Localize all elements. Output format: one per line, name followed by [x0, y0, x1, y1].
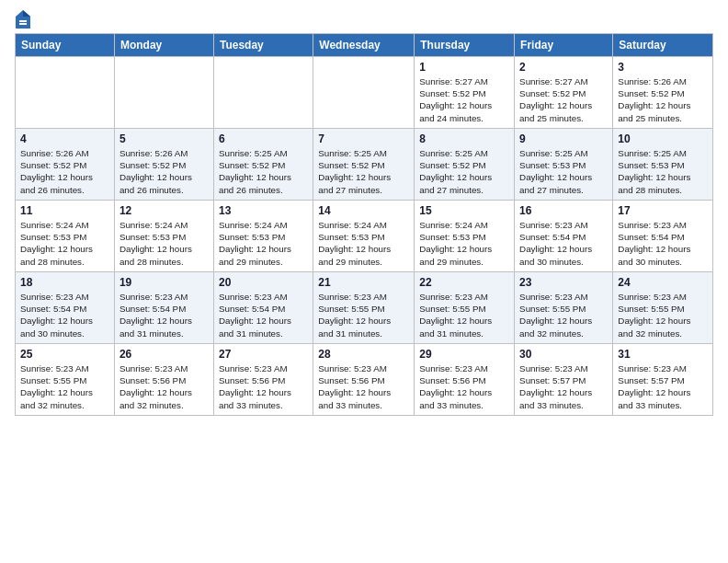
day-number: 9	[519, 132, 608, 145]
day-info: Sunrise: 5:26 AMSunset: 5:52 PMDaylight:…	[119, 147, 209, 196]
day-number: 6	[219, 132, 308, 145]
svg-rect-2	[19, 20, 27, 22]
day-info: Sunrise: 5:25 AMSunset: 5:52 PMDaylight:…	[419, 147, 509, 196]
day-info: Sunrise: 5:24 AMSunset: 5:53 PMDaylight:…	[419, 219, 509, 268]
calendar-cell	[313, 57, 415, 129]
calendar-table: SundayMondayTuesdayWednesdayThursdayFrid…	[15, 33, 713, 416]
calendar-week-3: 11Sunrise: 5:24 AMSunset: 5:53 PMDayligh…	[16, 201, 713, 272]
day-info: Sunrise: 5:23 AMSunset: 5:55 PMDaylight:…	[618, 291, 708, 339]
day-number: 16	[519, 204, 608, 217]
day-info: Sunrise: 5:23 AMSunset: 5:56 PMDaylight:…	[119, 362, 209, 411]
calendar-cell: 2Sunrise: 5:27 AMSunset: 5:52 PMDaylight…	[515, 57, 613, 129]
calendar-cell: 21Sunrise: 5:23 AMSunset: 5:55 PMDayligh…	[313, 272, 415, 344]
calendar-cell: 22Sunrise: 5:23 AMSunset: 5:55 PMDayligh…	[415, 272, 515, 344]
day-number: 10	[618, 132, 708, 145]
weekday-header-friday: Friday	[515, 34, 613, 57]
calendar-cell: 8Sunrise: 5:25 AMSunset: 5:52 PMDaylight…	[415, 129, 515, 201]
calendar-week-4: 18Sunrise: 5:23 AMSunset: 5:54 PMDayligh…	[16, 272, 713, 344]
calendar-cell: 6Sunrise: 5:25 AMSunset: 5:52 PMDaylight…	[213, 129, 313, 201]
calendar-cell: 28Sunrise: 5:23 AMSunset: 5:56 PMDayligh…	[313, 344, 415, 416]
day-number: 17	[618, 204, 708, 217]
day-number: 1	[419, 61, 509, 74]
day-number: 18	[20, 276, 109, 289]
calendar-cell	[213, 57, 313, 129]
day-number: 4	[20, 132, 109, 145]
day-number: 31	[618, 348, 708, 361]
day-number: 20	[219, 276, 308, 289]
day-info: Sunrise: 5:27 AMSunset: 5:52 PMDaylight:…	[519, 75, 608, 124]
day-info: Sunrise: 5:24 AMSunset: 5:53 PMDaylight:…	[318, 219, 409, 268]
day-number: 5	[119, 132, 209, 145]
day-number: 28	[318, 348, 409, 361]
day-info: Sunrise: 5:23 AMSunset: 5:55 PMDaylight:…	[318, 291, 409, 339]
day-info: Sunrise: 5:23 AMSunset: 5:56 PMDaylight:…	[318, 362, 409, 411]
calendar-cell: 27Sunrise: 5:23 AMSunset: 5:56 PMDayligh…	[213, 344, 313, 416]
calendar-week-2: 4Sunrise: 5:26 AMSunset: 5:52 PMDaylight…	[16, 129, 713, 201]
day-info: Sunrise: 5:23 AMSunset: 5:54 PMDaylight:…	[20, 291, 109, 339]
logo-icon	[15, 9, 31, 29]
calendar-cell: 7Sunrise: 5:25 AMSunset: 5:52 PMDaylight…	[313, 129, 415, 201]
calendar-cell: 12Sunrise: 5:24 AMSunset: 5:53 PMDayligh…	[114, 201, 213, 272]
day-info: Sunrise: 5:25 AMSunset: 5:52 PMDaylight:…	[318, 147, 409, 196]
day-info: Sunrise: 5:23 AMSunset: 5:57 PMDaylight:…	[519, 362, 608, 411]
calendar-cell: 19Sunrise: 5:23 AMSunset: 5:54 PMDayligh…	[114, 272, 213, 344]
day-info: Sunrise: 5:23 AMSunset: 5:54 PMDaylight:…	[519, 219, 608, 268]
day-info: Sunrise: 5:23 AMSunset: 5:54 PMDaylight:…	[219, 291, 308, 339]
day-number: 11	[20, 204, 109, 217]
day-number: 23	[519, 276, 608, 289]
day-info: Sunrise: 5:23 AMSunset: 5:56 PMDaylight:…	[219, 362, 308, 411]
calendar-cell: 25Sunrise: 5:23 AMSunset: 5:55 PMDayligh…	[16, 344, 115, 416]
calendar-cell: 20Sunrise: 5:23 AMSunset: 5:54 PMDayligh…	[213, 272, 313, 344]
day-info: Sunrise: 5:26 AMSunset: 5:52 PMDaylight:…	[20, 147, 109, 196]
day-info: Sunrise: 5:24 AMSunset: 5:53 PMDaylight:…	[119, 219, 209, 268]
calendar-cell: 26Sunrise: 5:23 AMSunset: 5:56 PMDayligh…	[114, 344, 213, 416]
day-info: Sunrise: 5:23 AMSunset: 5:54 PMDaylight:…	[618, 219, 708, 268]
day-number: 19	[119, 276, 209, 289]
calendar-cell: 3Sunrise: 5:26 AMSunset: 5:52 PMDaylight…	[613, 57, 713, 129]
day-info: Sunrise: 5:25 AMSunset: 5:53 PMDaylight:…	[519, 147, 608, 196]
weekday-header-sunday: Sunday	[16, 34, 115, 57]
day-number: 8	[419, 132, 509, 145]
page-container: SundayMondayTuesdayWednesdayThursdayFrid…	[0, 0, 728, 425]
day-number: 7	[318, 132, 409, 145]
day-number: 29	[419, 348, 509, 361]
day-number: 26	[119, 348, 209, 361]
day-info: Sunrise: 5:23 AMSunset: 5:57 PMDaylight:…	[618, 362, 708, 411]
day-number: 2	[519, 61, 608, 74]
day-number: 15	[419, 204, 509, 217]
calendar-week-5: 25Sunrise: 5:23 AMSunset: 5:55 PMDayligh…	[16, 344, 713, 416]
day-number: 24	[618, 276, 708, 289]
day-number: 25	[20, 348, 109, 361]
calendar-cell	[114, 57, 213, 129]
day-info: Sunrise: 5:24 AMSunset: 5:53 PMDaylight:…	[219, 219, 308, 268]
day-info: Sunrise: 5:25 AMSunset: 5:53 PMDaylight:…	[618, 147, 708, 196]
calendar-cell	[16, 57, 115, 129]
calendar-header-row: SundayMondayTuesdayWednesdayThursdayFrid…	[16, 34, 713, 57]
calendar-cell: 18Sunrise: 5:23 AMSunset: 5:54 PMDayligh…	[16, 272, 115, 344]
calendar-cell: 1Sunrise: 5:27 AMSunset: 5:52 PMDaylight…	[415, 57, 515, 129]
weekday-header-thursday: Thursday	[415, 34, 515, 57]
day-number: 27	[219, 348, 308, 361]
day-number: 21	[318, 276, 409, 289]
day-info: Sunrise: 5:23 AMSunset: 5:54 PMDaylight:…	[119, 291, 209, 339]
calendar-cell: 4Sunrise: 5:26 AMSunset: 5:52 PMDaylight…	[16, 129, 115, 201]
calendar-cell: 30Sunrise: 5:23 AMSunset: 5:57 PMDayligh…	[515, 344, 613, 416]
day-number: 30	[519, 348, 608, 361]
day-info: Sunrise: 5:23 AMSunset: 5:56 PMDaylight:…	[419, 362, 509, 411]
day-number: 3	[618, 61, 708, 74]
day-info: Sunrise: 5:26 AMSunset: 5:52 PMDaylight:…	[618, 75, 708, 124]
calendar-cell: 5Sunrise: 5:26 AMSunset: 5:52 PMDaylight…	[114, 129, 213, 201]
calendar-cell: 11Sunrise: 5:24 AMSunset: 5:53 PMDayligh…	[16, 201, 115, 272]
calendar-cell: 13Sunrise: 5:24 AMSunset: 5:53 PMDayligh…	[213, 201, 313, 272]
calendar-cell: 29Sunrise: 5:23 AMSunset: 5:56 PMDayligh…	[415, 344, 515, 416]
day-info: Sunrise: 5:23 AMSunset: 5:55 PMDaylight:…	[20, 362, 109, 411]
weekday-header-wednesday: Wednesday	[313, 34, 415, 57]
weekday-header-tuesday: Tuesday	[213, 34, 313, 57]
svg-rect-3	[19, 23, 27, 25]
calendar-cell: 10Sunrise: 5:25 AMSunset: 5:53 PMDayligh…	[613, 129, 713, 201]
calendar-cell: 17Sunrise: 5:23 AMSunset: 5:54 PMDayligh…	[613, 201, 713, 272]
calendar-cell: 23Sunrise: 5:23 AMSunset: 5:55 PMDayligh…	[515, 272, 613, 344]
calendar-cell: 15Sunrise: 5:24 AMSunset: 5:53 PMDayligh…	[415, 201, 515, 272]
calendar-week-1: 1Sunrise: 5:27 AMSunset: 5:52 PMDaylight…	[16, 57, 713, 129]
day-info: Sunrise: 5:24 AMSunset: 5:53 PMDaylight:…	[20, 219, 109, 268]
